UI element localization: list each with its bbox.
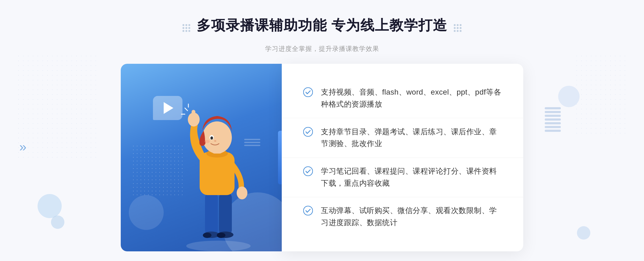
svg-point-0 <box>186 241 251 251</box>
svg-rect-8 <box>202 158 232 190</box>
check-circle-icon <box>303 127 313 137</box>
content-area: 支持视频、音频、flash、word、excel、ppt、pdf等各种格式的资源… <box>107 64 537 251</box>
svg-rect-1 <box>205 192 218 235</box>
illus-circle-small <box>129 195 164 230</box>
svg-point-14 <box>202 121 232 154</box>
feature-text-2: 支持章节目录、弹题考试、课后练习、课后作业、章节测验、批改作业 <box>321 126 502 150</box>
main-title: 多项录播课辅助功能 专为线上教学打造 <box>197 16 447 35</box>
feature-item: 支持章节目录、弹题考试、课后练习、课后作业、章节测验、批改作业 <box>303 121 502 155</box>
deco-stripe <box>545 126 561 128</box>
feature-item: 互动弹幕、试听购买、微信分享、观看次数限制、学习进度跟踪、数据统计 <box>303 199 502 234</box>
svg-line-19 <box>185 108 188 111</box>
deco-circle-right-2 <box>577 226 590 240</box>
check-circle-icon <box>303 166 313 176</box>
feature-item: 学习笔记回看、课程提问、课程评论打分、课件资料下载，重点内容收藏 <box>303 160 502 195</box>
feature-text-4: 互动弹幕、试听购买、微信分享、观看次数限制、学习进度跟踪、数据统计 <box>321 205 502 229</box>
title-dots-left <box>182 24 190 32</box>
svg-point-25 <box>303 206 313 215</box>
feature-item: 支持视频、音频、flash、word、excel、ppt、pdf等各种格式的资源… <box>303 81 502 116</box>
play-icon <box>164 102 173 114</box>
person-illustration <box>175 96 261 251</box>
deco-left-circle2 <box>51 215 64 229</box>
dots-left <box>16 54 97 161</box>
check-circle-icon <box>303 87 313 97</box>
svg-point-6 <box>217 233 225 238</box>
svg-point-22 <box>303 88 313 97</box>
svg-point-16 <box>210 136 213 140</box>
blue-tab <box>278 131 282 184</box>
chevron-left-icon: » <box>19 139 27 154</box>
svg-point-5 <box>203 233 211 238</box>
dots-right <box>574 54 628 134</box>
deco-stripes <box>545 107 561 134</box>
deco-left-circle1 <box>38 194 62 218</box>
page-wrapper: » 多项录播课辅助功能 专为线上教学打造 <box>0 0 644 261</box>
svg-rect-11 <box>192 110 195 121</box>
features-card: 支持视频、音频、flash、word、excel、ppt、pdf等各种格式的资源… <box>282 64 523 251</box>
feature-text-1: 支持视频、音频、flash、word、excel、ppt、pdf等各种格式的资源… <box>321 86 502 110</box>
feature-divider <box>282 158 523 158</box>
svg-point-24 <box>303 167 313 176</box>
deco-stripe <box>545 130 561 132</box>
deco-circle-right-1 <box>558 86 580 107</box>
feature-divider <box>282 118 523 118</box>
illustration-card <box>121 64 282 251</box>
deco-stripe <box>545 118 561 121</box>
svg-point-12 <box>237 187 247 199</box>
svg-point-17 <box>204 140 210 143</box>
svg-point-23 <box>303 127 313 136</box>
title-dots-right <box>454 24 462 32</box>
header-section: 多项录播课辅助功能 专为线上教学打造 学习进度全掌握，提升录播课教学效果 <box>0 16 644 53</box>
deco-stripe <box>545 115 561 117</box>
svg-rect-2 <box>219 192 232 235</box>
feature-text-3: 学习笔记回看、课程提问、课程评论打分、课件资料下载，重点内容收藏 <box>321 165 502 189</box>
svg-point-18 <box>214 140 216 142</box>
deco-stripe <box>545 111 561 113</box>
deco-stripe <box>545 107 561 109</box>
feature-divider <box>282 197 523 197</box>
check-circle-icon <box>303 206 313 215</box>
deco-stripe <box>545 122 561 124</box>
subtitle: 学习进度全掌握，提升录播课教学效果 <box>0 44 644 53</box>
